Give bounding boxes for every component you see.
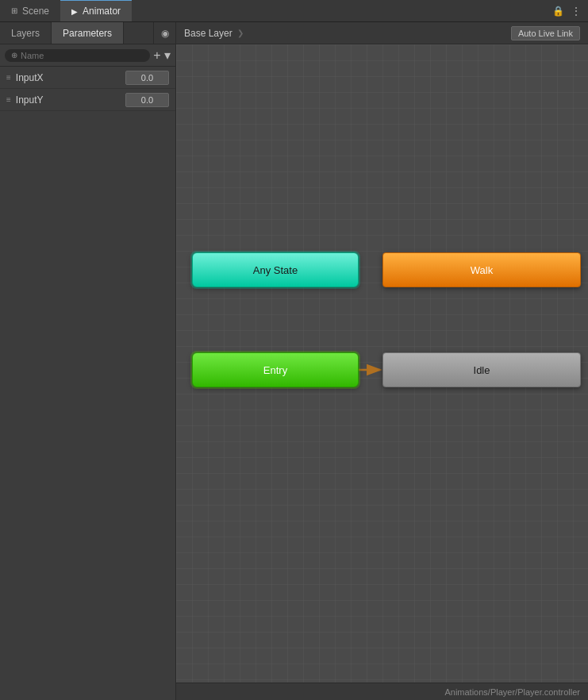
scene-tab-label: Scene <box>22 6 49 17</box>
param-name-inputy: InputY <box>16 94 121 106</box>
search-bar: ⊕ + ▾ <box>0 44 175 67</box>
node-idle[interactable]: Idle <box>382 352 581 387</box>
param-item-inputx: ≡ InputX <box>0 67 175 89</box>
param-name-inputx: InputX <box>16 72 121 83</box>
title-bar-controls: 🔒 ⋮ <box>552 5 588 17</box>
param-item-inputy: ≡ InputY <box>0 89 175 111</box>
title-bar: ⊞ Scene ▶ Animator 🔒 ⋮ <box>0 0 588 22</box>
auto-live-link-button[interactable]: Auto Live Link <box>511 26 580 40</box>
main-layout: Layers Parameters ◉ ⊕ + ▾ ≡ InputX <box>0 22 588 700</box>
right-panel: Base Layer ❯ Auto Live Link Any State <box>176 22 588 700</box>
panel-tabs: Layers Parameters ◉ <box>0 22 175 44</box>
left-panel: Layers Parameters ◉ ⊕ + ▾ ≡ InputX <box>0 22 176 700</box>
status-bar: Animations/Player/Player.controller <box>176 683 588 700</box>
add-parameter-button[interactable]: + ▾ <box>153 49 171 62</box>
status-path: Animations/Player/Player.controller <box>444 687 580 697</box>
parameter-list: ≡ InputX ≡ InputY <box>0 67 175 700</box>
breadcrumb-separator: ❯ <box>237 29 244 37</box>
param-type-icon-inputx: ≡ <box>6 73 11 82</box>
tab-scene[interactable]: ⊞ Scene <box>0 0 60 21</box>
search-icon: ⊕ <box>11 51 17 60</box>
parameters-tab-label: Parameters <box>63 28 112 39</box>
param-type-icon-inputy: ≡ <box>6 95 11 104</box>
node-entry[interactable]: Entry <box>192 352 359 387</box>
animator-canvas[interactable]: Any State Entry Walk Idle <box>176 44 588 683</box>
param-value-inputx[interactable] <box>125 71 169 85</box>
node-any-state[interactable]: Any State <box>192 252 359 287</box>
param-value-inputy[interactable] <box>125 93 169 107</box>
layers-tab-label: Layers <box>11 28 40 39</box>
node-walk[interactable]: Walk <box>382 252 581 287</box>
search-input-wrap: ⊕ <box>5 49 150 62</box>
more-icon[interactable]: ⋮ <box>571 5 582 17</box>
tab-parameters[interactable]: Parameters <box>52 22 124 44</box>
tab-animator[interactable]: ▶ Animator <box>60 0 132 21</box>
lock-icon[interactable]: 🔒 <box>552 6 564 17</box>
base-layer-label: Base Layer <box>184 28 233 39</box>
breadcrumb: Base Layer ❯ <box>184 28 244 39</box>
search-input[interactable] <box>21 51 144 60</box>
scene-tab-icon: ⊞ <box>11 6 17 15</box>
animator-toolbar: Base Layer ❯ Auto Live Link <box>176 22 588 44</box>
tab-layers[interactable]: Layers <box>0 22 52 44</box>
eye-icon[interactable]: ◉ <box>153 22 175 44</box>
animator-tab-label: Animator <box>83 6 121 17</box>
animator-tab-icon: ▶ <box>71 7 78 16</box>
